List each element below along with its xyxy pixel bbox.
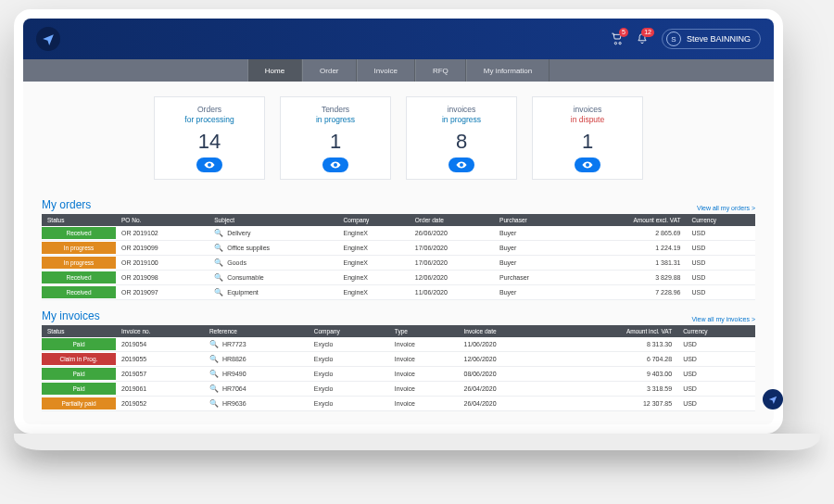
table-row[interactable]: Paid2019054🔍HR7723ExycloInvoice11/06/202… xyxy=(42,337,755,352)
col-header: Reference xyxy=(204,325,309,337)
stat-value: 14 xyxy=(198,130,221,154)
brand-logo xyxy=(36,27,60,51)
status-cell: Received xyxy=(42,271,116,285)
stat-view-button[interactable] xyxy=(449,158,474,172)
nav-my-information[interactable]: My information xyxy=(466,59,550,82)
search-icon[interactable]: 🔍 xyxy=(214,273,223,282)
table-row[interactable]: ReceivedOR 2019098🔍ConsumableEngineX12/0… xyxy=(42,271,755,285)
avatar: S xyxy=(666,32,681,46)
col-header: Company xyxy=(309,325,389,337)
nav-rfq[interactable]: RFQ xyxy=(415,59,466,82)
view-all-orders-link[interactable]: View all my orders > xyxy=(697,205,755,211)
stat-card-1: Tendersin progress1 xyxy=(280,96,391,180)
status-badge: Received xyxy=(42,271,116,284)
col-header: Invoice no. xyxy=(116,325,204,337)
status-badge: Paid xyxy=(42,383,116,395)
search-icon[interactable]: 🔍 xyxy=(214,258,223,267)
col-header: Amount incl. VAT xyxy=(553,325,677,337)
stat-card-2: invoicesin progress8 xyxy=(406,96,517,180)
main-nav: HomeOrderInvoiceRFQMy information xyxy=(23,59,774,82)
invoices-title: My invoices xyxy=(42,309,100,322)
stat-card-3: invoicesin dispute1 xyxy=(532,96,643,180)
cart-button[interactable]: 5 xyxy=(610,32,623,45)
col-header: Company xyxy=(338,214,410,226)
search-icon[interactable]: 🔍 xyxy=(214,244,223,252)
stat-title: invoicesin dispute xyxy=(571,105,604,124)
col-header: Order date xyxy=(410,214,494,226)
table-row[interactable]: In progressOR 2019100🔍GoodsEngineX17/06/… xyxy=(42,256,755,271)
col-header: PO No. xyxy=(116,214,208,226)
header-bar: 5 12 S Steve BAINNING xyxy=(23,19,774,59)
search-icon[interactable]: 🔍 xyxy=(209,370,219,378)
col-header: Currency xyxy=(677,325,755,337)
table-row[interactable]: In progressOR 2019099🔍Office suppliesEng… xyxy=(42,241,755,256)
status-cell: In progress xyxy=(42,256,116,271)
table-row[interactable]: ReceivedOR 2019097🔍EquipmentEngineX11/06… xyxy=(42,285,755,300)
laptop-base xyxy=(14,434,820,450)
col-header: Currency xyxy=(687,214,755,226)
status-cell: Paid xyxy=(42,382,116,397)
status-badge: Paid xyxy=(42,368,116,380)
view-all-invoices-link[interactable]: View all my invoices > xyxy=(691,316,755,322)
table-row[interactable]: Partially paid2019052🔍HR9636ExycloInvoic… xyxy=(42,397,755,411)
status-badge: Claim in Prog. xyxy=(42,353,116,365)
stat-value: 1 xyxy=(330,130,341,154)
stat-title: invoicesin progress xyxy=(442,105,481,124)
orders-table: StatusPO No.SubjectCompanyOrder datePurc… xyxy=(42,214,755,300)
status-cell: Claim in Prog. xyxy=(42,352,116,367)
status-badge: Received xyxy=(42,286,116,298)
orders-title: My orders xyxy=(42,198,91,211)
col-header: Subject xyxy=(208,214,337,226)
status-badge: Partially paid xyxy=(42,397,116,410)
stat-view-button[interactable] xyxy=(322,158,348,172)
user-name: Steve BAINNING xyxy=(687,34,751,44)
status-badge: Received xyxy=(42,227,116,239)
status-cell: Partially paid xyxy=(42,397,116,411)
status-cell: Paid xyxy=(42,337,116,352)
status-cell: Paid xyxy=(42,367,116,382)
col-header: Type xyxy=(389,325,459,337)
col-header: Status xyxy=(42,325,116,337)
fab-button[interactable] xyxy=(763,389,783,410)
search-icon[interactable]: 🔍 xyxy=(209,384,219,393)
table-row[interactable]: Claim in Prog.2019055🔍HR8826ExycloInvoic… xyxy=(42,352,755,367)
invoices-table: StatusInvoice no.ReferenceCompanyTypeInv… xyxy=(42,325,755,411)
status-badge: In progress xyxy=(42,242,116,254)
user-menu[interactable]: S Steve BAINNING xyxy=(662,29,761,49)
nav-order[interactable]: Order xyxy=(302,59,356,82)
notifications-badge: 12 xyxy=(641,28,654,37)
status-badge: Paid xyxy=(42,338,116,350)
search-icon[interactable]: 🔍 xyxy=(214,229,223,237)
notifications-button[interactable]: 12 xyxy=(636,32,649,45)
cart-badge: 5 xyxy=(619,28,628,37)
col-header: Amount excl. VAT xyxy=(573,214,686,226)
nav-home[interactable]: Home xyxy=(247,59,302,82)
stat-value: 1 xyxy=(582,130,593,154)
search-icon[interactable]: 🔍 xyxy=(214,288,223,296)
search-icon[interactable]: 🔍 xyxy=(209,340,219,348)
stat-view-button[interactable] xyxy=(196,158,222,172)
stat-title: Ordersfor processing xyxy=(184,105,234,124)
status-cell: Received xyxy=(42,226,116,241)
stat-card-0: Ordersfor processing14 xyxy=(154,96,265,180)
stats-row: Ordersfor processing14Tendersin progress… xyxy=(23,82,774,195)
status-cell: In progress xyxy=(42,241,116,256)
col-header: Invoice date xyxy=(459,325,554,337)
col-header: Status xyxy=(42,214,116,226)
status-badge: In progress xyxy=(42,257,116,269)
search-icon[interactable]: 🔍 xyxy=(209,399,219,408)
status-cell: Received xyxy=(42,285,116,300)
search-icon[interactable]: 🔍 xyxy=(209,355,219,363)
table-row[interactable]: ReceivedOR 2019102🔍DeliveryEngineX26/06/… xyxy=(42,226,755,241)
stat-title: Tendersin progress xyxy=(316,105,355,124)
table-row[interactable]: Paid2019061🔍HR7064ExycloInvoice26/04/202… xyxy=(42,382,755,397)
stat-value: 8 xyxy=(456,130,467,154)
col-header: Purchaser xyxy=(494,214,573,226)
nav-invoice[interactable]: Invoice xyxy=(357,59,415,82)
stat-view-button[interactable] xyxy=(575,158,600,172)
table-row[interactable]: Paid2019057🔍HR9490ExycloInvoice08/06/202… xyxy=(42,367,755,382)
